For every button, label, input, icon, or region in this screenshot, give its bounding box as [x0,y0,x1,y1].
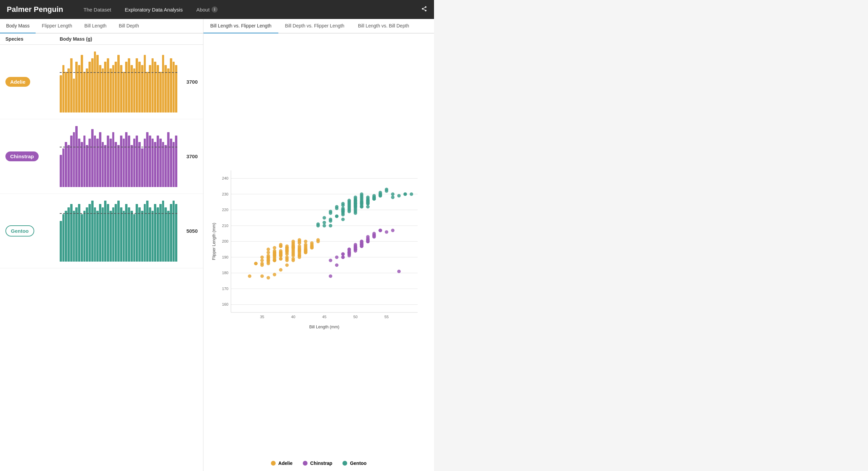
svg-point-290 [316,224,320,227]
tab-flipper-length[interactable]: Flipper Length [36,19,78,34]
svg-point-284 [322,224,326,227]
svg-point-50 [273,246,276,249]
svg-point-114 [285,259,289,262]
legend-label-gentoo: Gentoo [350,460,367,466]
svg-point-141 [267,276,270,279]
svg-point-32 [248,274,251,278]
svg-point-204 [360,243,363,246]
svg-point-95 [298,240,301,243]
svg-point-139 [279,268,282,271]
svg-text:40: 40 [291,315,295,319]
svg-point-291 [329,218,332,221]
legend-item-chinstrap: Chinstrap [303,460,332,466]
svg-text:220: 220 [222,208,229,212]
svg-point-198 [354,248,357,251]
legend-dot-adelie [271,461,276,466]
svg-point-125 [292,259,295,262]
legend-dot-chinstrap [303,461,308,466]
svg-point-295 [378,194,382,197]
svg-point-78 [267,259,270,262]
tab-bill-length[interactable]: Bill Length [78,19,113,34]
svg-point-47 [267,251,270,254]
svg-point-94 [292,244,295,248]
bar-chart-chinstrap [60,126,177,187]
species-rows: Adelie 3700 Chinstrap 3700 Gentoo [0,45,203,471]
svg-point-276 [372,197,376,201]
svg-text:Bill Length (mm): Bill Length (mm) [309,325,339,329]
tab-bill-depth[interactable]: Bill Depth [113,19,145,34]
svg-point-135 [310,244,314,248]
main-content: Body Mass Flipper Length Bill Length Bil… [0,19,434,471]
scatter-plot: 1601701801902002102202302403540455055Bil… [210,40,427,454]
svg-text:170: 170 [222,287,229,291]
col-mass-header: Body Mass (g) [60,36,198,42]
svg-point-279 [385,189,388,192]
svg-text:35: 35 [260,315,264,319]
nav-item-eda[interactable]: Exploratory Data Analysis [118,0,190,19]
mass-value-adelie: 3700 [177,79,198,85]
svg-point-296 [391,196,394,199]
svg-point-293 [354,202,357,205]
svg-point-289 [322,221,326,224]
svg-text:230: 230 [222,192,229,196]
svg-text:45: 45 [322,315,327,319]
svg-point-60 [267,255,270,259]
species-label-gentoo: Gentoo [5,225,60,237]
species-row-chinstrap: Chinstrap 3700 [0,119,203,194]
scatter-legend: Adelie Chinstrap Gentoo [203,457,434,471]
svg-point-2 [425,10,427,12]
scatter-tab-bill-vs-flipper[interactable]: Bill Length vs. Flipper Length [203,19,278,34]
svg-text:240: 240 [222,176,229,180]
svg-point-277 [366,202,370,205]
svg-point-80 [285,244,289,248]
svg-point-137 [298,254,301,257]
nav-item-about[interactable]: About i [190,0,224,19]
svg-point-55 [260,263,264,267]
svg-point-297 [403,192,407,196]
legend-dot-gentoo [342,461,347,466]
svg-point-138 [285,263,289,267]
nav-menu: The Dataset Exploratory Data Analysis Ab… [77,0,421,19]
svg-text:210: 210 [222,224,229,228]
svg-point-219 [341,203,344,207]
scatter-tab-depth-vs-flipper[interactable]: Bill Depth vs. Flipper Length [278,19,351,34]
svg-text:50: 50 [353,315,358,319]
share-button[interactable] [421,6,427,14]
svg-point-299 [341,218,344,221]
table-header: Species Body Mass (g) [0,34,203,45]
svg-point-34 [267,248,270,251]
legend-item-gentoo: Gentoo [342,460,367,466]
bar-chart-adelie [60,52,177,112]
svg-text:160: 160 [222,302,229,306]
bar-chart-gentoo [60,201,177,262]
svg-text:180: 180 [222,271,229,275]
svg-point-300 [354,211,357,215]
svg-point-134 [316,238,320,242]
svg-point-180 [341,255,344,259]
svg-point-150 [341,252,344,256]
species-badge-gentoo: Gentoo [5,225,34,237]
app-brand: Palmer Penguin [7,5,63,14]
svg-point-93 [285,249,289,252]
species-row-gentoo: Gentoo 5050 [0,194,203,268]
svg-point-101 [304,240,307,243]
left-tab-bar: Body Mass Flipper Length Bill Length Bil… [0,19,203,34]
svg-point-113 [292,254,295,257]
svg-point-145 [335,263,338,267]
nav-item-dataset[interactable]: The Dataset [77,0,118,19]
species-label-chinstrap: Chinstrap [5,151,60,161]
svg-point-210 [397,270,401,273]
svg-point-245 [341,213,344,216]
svg-point-140 [273,273,276,276]
svg-line-3 [423,9,425,10]
scatter-tab-bill-vs-depth[interactable]: Bill Length vs. Bill Depth [351,19,416,34]
svg-point-0 [425,6,427,8]
scatter-container: 1601701801902002102202302403540455055Bil… [203,34,434,457]
left-panel: Body Mass Flipper Length Bill Length Bil… [0,19,203,471]
svg-point-298 [329,224,332,227]
species-label-adelie: Adelie [5,77,60,87]
svg-point-294 [366,199,370,202]
svg-point-208 [385,230,388,233]
tab-body-mass[interactable]: Body Mass [0,19,36,34]
svg-point-144 [329,274,332,278]
